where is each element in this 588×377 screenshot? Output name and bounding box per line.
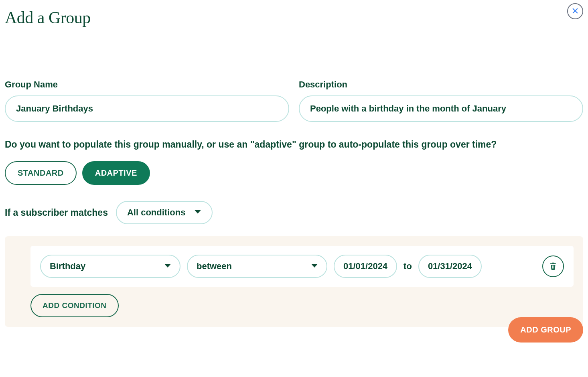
condition-field-value: Birthday	[50, 261, 85, 272]
description-label: Description	[299, 79, 583, 90]
description-field-wrapper: Description	[299, 79, 583, 122]
match-row: If a subscriber matches All conditions	[5, 201, 583, 224]
match-prefix: If a subscriber matches	[5, 207, 108, 218]
adaptive-button[interactable]: ADAPTIVE	[82, 161, 150, 185]
group-name-input[interactable]	[5, 95, 289, 122]
chevron-down-icon	[311, 261, 318, 272]
condition-to-text: to	[403, 261, 412, 272]
conditions-panel: Birthday between 01/01/2024 to 01/31/202…	[5, 236, 583, 327]
close-button[interactable]	[567, 3, 583, 19]
add-group-button[interactable]: ADD GROUP	[508, 317, 583, 343]
add-condition-button[interactable]: ADD CONDITION	[30, 294, 119, 317]
condition-date-from[interactable]: 01/01/2024	[334, 255, 397, 278]
group-type-question: Do you want to populate this group manua…	[5, 138, 583, 151]
trash-icon	[549, 261, 558, 272]
form-row: Group Name Description	[0, 79, 588, 122]
condition-row: Birthday between 01/01/2024 to 01/31/202…	[30, 246, 574, 287]
condition-operator-select[interactable]: between	[187, 255, 327, 278]
delete-condition-button[interactable]	[542, 255, 564, 277]
match-select[interactable]: All conditions	[116, 201, 213, 224]
group-type-pills: STANDARD ADAPTIVE	[5, 161, 583, 185]
page-title: Add a Group	[5, 8, 588, 27]
condition-date-to[interactable]: 01/31/2024	[418, 255, 482, 278]
standard-button[interactable]: STANDARD	[5, 161, 77, 185]
group-name-field-wrapper: Group Name	[5, 79, 289, 122]
group-name-label: Group Name	[5, 79, 289, 90]
chevron-down-icon	[164, 261, 171, 272]
condition-operator-value: between	[197, 261, 232, 272]
chevron-down-icon	[194, 207, 201, 218]
description-input[interactable]	[299, 95, 583, 122]
close-icon	[572, 7, 579, 16]
match-select-value: All conditions	[127, 207, 185, 218]
condition-field-select[interactable]: Birthday	[40, 255, 180, 278]
